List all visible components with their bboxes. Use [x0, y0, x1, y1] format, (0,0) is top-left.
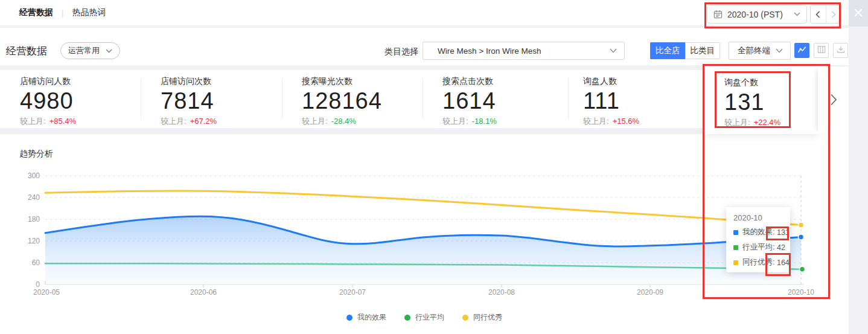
svg-text:2020-08: 2020-08 — [488, 288, 515, 297]
next-month-button[interactable] — [826, 5, 841, 23]
preset-dropdown-value: 运营常用 — [68, 45, 100, 56]
stat-card-inquirers[interactable]: 询盘人数 111 较上月:+15.6% — [563, 70, 704, 128]
tab-divider: | — [62, 8, 63, 18]
blue-square-icon — [733, 230, 738, 235]
svg-text:2020-07: 2020-07 — [339, 288, 366, 297]
stat-label: 询盘人数 — [583, 76, 698, 87]
stat-delta-value: -28.4% — [331, 117, 356, 126]
prev-month-button[interactable] — [811, 5, 826, 23]
stat-delta-label: 较上月: — [302, 117, 328, 126]
chevron-down-icon — [776, 48, 783, 53]
page-side-gutter — [849, 0, 868, 334]
legend-label: 行业平均 — [415, 312, 444, 323]
top-tabs: 经营数据 | 热品热词 — [19, 0, 106, 25]
chart-tooltip: 2020-10 我的效果: 131 行业平均: 42 同行优秀: 164 — [726, 207, 790, 272]
date-picker[interactable]: 2020-10 (PST) — [707, 5, 807, 24]
stat-delta-value: +15.6% — [613, 117, 639, 126]
card-divider — [141, 79, 141, 118]
legend-item-my-performance[interactable]: 我的效果 — [346, 312, 386, 323]
stat-value: 128164 — [302, 88, 416, 114]
cards-next-button[interactable] — [818, 66, 849, 134]
stat-value: 4980 — [20, 88, 135, 114]
chart-legend: 我的效果 行业平均 同行优秀 — [0, 312, 849, 323]
x-axis-labels: 2020-05 2020-06 2020-07 2020-08 2020-09 … — [33, 288, 814, 297]
chevron-down-icon — [610, 48, 617, 53]
blue-dot-icon — [346, 315, 353, 321]
category-select-label: 类目选择 — [385, 47, 418, 57]
stat-delta-label: 较上月: — [20, 117, 46, 126]
stat-delta-label: 较上月: — [442, 117, 468, 126]
datapoint-peer-excellent[interactable] — [799, 222, 804, 228]
stat-delta-label: 较上月: — [724, 118, 750, 127]
svg-text:0: 0 — [36, 280, 40, 289]
tooltip-row-peer-excellent: 同行优秀: 164 — [733, 257, 783, 268]
tab-hot-keywords[interactable]: 热品热词 — [72, 7, 106, 18]
stat-value: 131 — [724, 89, 812, 115]
legend-item-peer-excellent[interactable]: 同行优秀 — [462, 312, 502, 323]
chevron-down-icon — [106, 49, 112, 53]
tooltip-value: 131 — [777, 228, 790, 237]
top-bar: 经营数据 | 热品热词 2020-10 (PST) — [0, 0, 868, 25]
stat-value: 1614 — [442, 88, 557, 114]
stat-delta-label: 较上月: — [161, 117, 187, 126]
stat-delta-value: +67.2% — [190, 117, 217, 126]
tooltip-date: 2020-10 — [733, 213, 783, 222]
stat-card-impressions[interactable]: 搜索曝光次数 128164 较上月:-28.4% — [282, 70, 423, 128]
stat-label: 询盘个数 — [724, 77, 812, 88]
stat-label: 店铺访问人数 — [20, 76, 135, 87]
stat-delta-value: +22.4% — [754, 118, 780, 127]
terminal-select[interactable]: 全部终端 — [729, 42, 791, 60]
tooltip-row-industry-average: 行业平均: 42 — [733, 242, 783, 252]
svg-text:2020-10: 2020-10 — [788, 288, 814, 297]
datapoint-industry-average[interactable] — [800, 266, 805, 272]
legend-label: 同行优秀 — [473, 312, 502, 323]
stat-label: 搜索点击次数 — [442, 76, 557, 87]
card-divider — [423, 79, 423, 118]
stat-card-visitors[interactable]: 店铺访问人数 4980 较上月:+85.4% — [0, 70, 141, 128]
month-nav — [810, 5, 841, 24]
stat-card-visits[interactable]: 店铺访问次数 7814 较上月:+67.2% — [141, 70, 282, 128]
trend-chart-title: 趋势分析 — [19, 149, 53, 159]
preset-dropdown[interactable]: 运营常用 — [60, 42, 120, 59]
stat-card-clicks[interactable]: 搜索点击次数 1614 较上月:-18.1% — [423, 70, 563, 128]
stat-delta-value: +85.4% — [49, 117, 76, 126]
download-button[interactable] — [833, 43, 848, 58]
line-chart-icon — [797, 45, 806, 56]
stat-label: 店铺访问次数 — [161, 76, 276, 87]
tooltip-row-my-performance: 我的效果: 131 — [733, 227, 783, 237]
green-square-icon — [733, 245, 738, 250]
tooltip-label: 行业平均: — [742, 242, 774, 252]
chevron-right-icon — [830, 94, 837, 108]
chart-view-button[interactable] — [794, 43, 809, 58]
green-dot-icon — [404, 315, 410, 321]
stat-card-inquiries-highlighted[interactable]: 询盘个数 131 较上月:+22.4% — [704, 66, 818, 134]
series-area-my-performance — [45, 216, 801, 284]
table-view-button[interactable] — [814, 43, 829, 58]
svg-text:240: 240 — [28, 193, 40, 202]
download-icon — [837, 45, 845, 56]
datapoint-my-performance[interactable] — [799, 234, 804, 240]
yellow-dot-icon — [462, 315, 468, 321]
tab-business-data[interactable]: 经营数据 — [19, 7, 53, 18]
card-divider — [282, 79, 282, 118]
legend-item-industry-average[interactable]: 行业平均 — [404, 312, 444, 323]
svg-text:2020-06: 2020-06 — [190, 288, 217, 297]
chevron-down-icon — [794, 12, 800, 16]
svg-text:2020-05: 2020-05 — [33, 288, 60, 297]
tooltip-value: 42 — [777, 243, 785, 252]
stat-value: 7814 — [161, 88, 276, 114]
stat-delta-value: -18.1% — [472, 117, 497, 126]
stat-delta-label: 较上月: — [583, 117, 609, 126]
tooltip-value: 164 — [777, 259, 790, 267]
date-picker-value: 2020-10 (PST) — [727, 10, 794, 19]
category-select-value: Wire Mesh > Iron Wire Mesh — [438, 47, 541, 56]
section-title: 经营数据 — [6, 44, 47, 58]
table-columns-icon — [817, 45, 826, 56]
stat-value: 111 — [583, 88, 698, 114]
category-select[interactable]: Wire Mesh > Iron Wire Mesh — [423, 42, 625, 60]
compare-whole-store-button[interactable]: 比全店 — [650, 42, 685, 59]
calendar-icon — [713, 10, 723, 19]
compare-category-button[interactable]: 比类目 — [685, 42, 721, 59]
tooltip-label: 同行优秀: — [742, 257, 774, 268]
close-button[interactable] — [849, 0, 868, 27]
